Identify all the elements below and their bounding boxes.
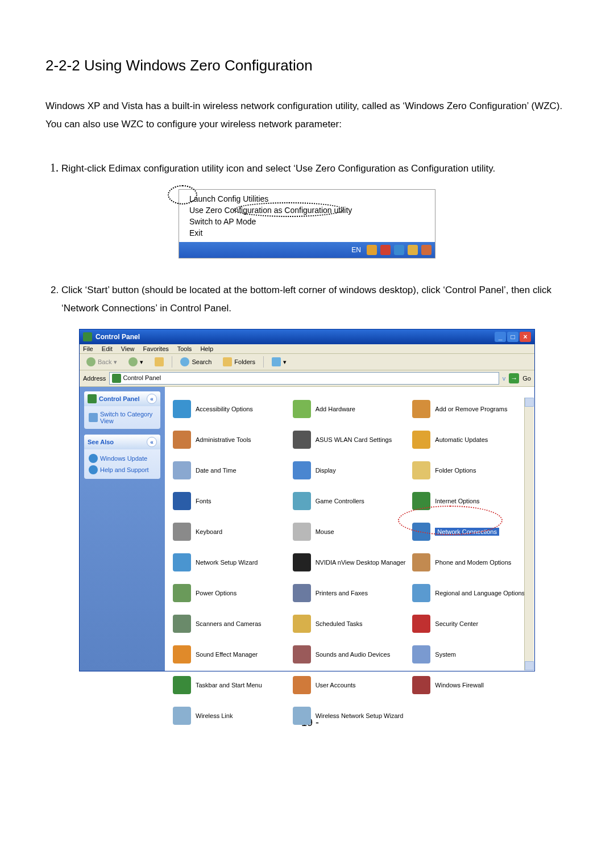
- menu-item-launch[interactable]: Launch Config Utilities: [179, 193, 435, 205]
- cp-item-icon: [173, 400, 191, 418]
- tray-app-icon[interactable]: [421, 245, 432, 255]
- window-titlebar[interactable]: Control Panel _ □ ×: [80, 329, 534, 344]
- cp-item-label: Printers and Faxes: [316, 590, 368, 596]
- back-button[interactable]: Back ▾: [83, 356, 121, 368]
- cp-item-icon: [293, 492, 311, 510]
- windows-update-link[interactable]: Windows Update: [89, 453, 156, 464]
- cp-item[interactable]: Taskbar and Start Menu: [173, 671, 287, 699]
- tray-volume-icon[interactable]: [408, 245, 418, 255]
- address-dropdown-icon[interactable]: v: [503, 375, 506, 382]
- cp-item[interactable]: Scheduled Tasks: [293, 610, 407, 638]
- cp-item[interactable]: Accessibility Options: [173, 395, 287, 423]
- cp-item-label: Administrative Tools: [196, 436, 251, 443]
- search-button[interactable]: Search: [177, 356, 215, 368]
- up-folder-icon: [155, 357, 164, 366]
- cp-item[interactable]: Administrative Tools: [173, 425, 287, 454]
- cp-item[interactable]: Display: [293, 456, 407, 485]
- cp-item-label: Windows Firewall: [435, 682, 484, 688]
- cp-item-icon: [412, 645, 430, 663]
- cp-item[interactable]: Folder Options: [412, 456, 526, 485]
- cp-item-icon: [412, 461, 430, 479]
- menu-file[interactable]: File: [83, 345, 93, 352]
- menu-view[interactable]: View: [121, 345, 135, 352]
- cp-item[interactable]: Network Connections: [412, 518, 526, 546]
- tray-language-indicator[interactable]: EN: [351, 246, 361, 254]
- cp-item[interactable]: Scanners and Cameras: [173, 610, 287, 638]
- cp-item[interactable]: Wireless Network Setup Wizard: [293, 702, 407, 730]
- toolbar: Back ▾ ▾ Search Folders ▾: [80, 354, 534, 370]
- cp-item[interactable]: Windows Firewall: [412, 671, 526, 699]
- cp-item[interactable]: Fonts: [173, 487, 287, 515]
- cp-item-label: Phone and Modem Options: [435, 559, 511, 566]
- address-cp-icon: [112, 374, 121, 383]
- chevron-up-icon[interactable]: «: [147, 437, 157, 447]
- tray-shield-icon[interactable]: [367, 245, 377, 255]
- cp-item[interactable]: Sound Effect Manager: [173, 640, 287, 669]
- cp-item[interactable]: Printers and Faxes: [293, 579, 407, 607]
- cp-item[interactable]: Game Controllers: [293, 487, 407, 515]
- address-input[interactable]: Control Panel: [109, 372, 499, 385]
- switch-category-view-link[interactable]: Switch to Category View: [89, 410, 156, 425]
- cp-item[interactable]: Power Options: [173, 579, 287, 607]
- cp-item-label: Regional and Language Options: [435, 590, 525, 596]
- cp-item[interactable]: User Accounts: [293, 671, 407, 699]
- cp-item-label: Internet Options: [435, 498, 479, 504]
- cp-item[interactable]: Wireless Link: [173, 702, 287, 730]
- cp-item[interactable]: Add or Remove Programs: [412, 395, 526, 423]
- globe-icon: [89, 454, 98, 463]
- tray-network-icon[interactable]: [394, 245, 404, 255]
- views-button[interactable]: ▾: [268, 356, 290, 368]
- menu-item-use-zero[interactable]: Use Zero Configuration as Configuration …: [179, 205, 435, 216]
- cp-item-icon: [173, 676, 191, 694]
- help-support-link[interactable]: Help and Support: [89, 464, 156, 475]
- cp-item-icon: [412, 676, 430, 694]
- folders-button[interactable]: Folders: [219, 356, 259, 368]
- cp-item-label: Network Setup Wizard: [196, 559, 258, 566]
- menu-favorites[interactable]: Favorites: [143, 345, 169, 352]
- cp-item[interactable]: Automatic Updates: [412, 425, 526, 454]
- task-pane-header-seealso[interactable]: See Also «: [84, 435, 160, 449]
- menu-help[interactable]: Help: [200, 345, 213, 352]
- cp-item-icon: [412, 400, 430, 418]
- cp-item-label: Wireless Link: [196, 712, 233, 719]
- cp-item-label: Scanners and Cameras: [196, 620, 262, 627]
- close-button[interactable]: ×: [520, 332, 531, 342]
- cp-item-label: ASUS WLAN Card Settings: [316, 436, 392, 443]
- forward-button[interactable]: ▾: [125, 356, 147, 368]
- cp-item[interactable]: Date and Time: [173, 456, 287, 485]
- cp-item[interactable]: ASUS WLAN Card Settings: [293, 425, 407, 454]
- cp-item[interactable]: NVIDIA nView Desktop Manager: [293, 548, 407, 577]
- up-button[interactable]: [151, 356, 167, 368]
- control-panel-window: Control Panel _ □ × File Edit View Favor…: [79, 329, 535, 671]
- cp-item-label: NVIDIA nView Desktop Manager: [316, 559, 406, 566]
- cp-item-icon: [173, 645, 191, 663]
- cp-item-label: Date and Time: [196, 467, 237, 474]
- cp-item-icon: [412, 553, 430, 571]
- cp-item[interactable]: System: [412, 640, 526, 669]
- minimize-button[interactable]: _: [495, 332, 506, 342]
- cp-item-icon: [412, 584, 430, 602]
- cp-item-icon: [293, 615, 311, 633]
- cp-item[interactable]: Keyboard: [173, 518, 287, 546]
- cp-item[interactable]: Sounds and Audio Devices: [293, 640, 407, 669]
- cp-item[interactable]: Security Center: [412, 610, 526, 638]
- go-button[interactable]: →: [509, 373, 519, 383]
- tray-wifi-icon[interactable]: [380, 245, 391, 255]
- cp-item[interactable]: Add Hardware: [293, 395, 407, 423]
- menu-edit[interactable]: Edit: [102, 345, 113, 352]
- cp-item[interactable]: Phone and Modem Options: [412, 548, 526, 577]
- vertical-scrollbar[interactable]: [524, 398, 534, 670]
- task-pane-header-cp[interactable]: Control Panel «: [84, 391, 160, 406]
- chevron-up-icon[interactable]: «: [147, 394, 157, 404]
- maximize-button[interactable]: □: [507, 332, 518, 342]
- back-icon: [86, 357, 96, 366]
- cp-item[interactable]: Internet Options: [412, 487, 526, 515]
- cp-item[interactable]: Mouse: [293, 518, 407, 546]
- menu-tools[interactable]: Tools: [177, 345, 192, 352]
- cp-item-label: Add or Remove Programs: [435, 406, 507, 412]
- cp-item[interactable]: Regional and Language Options: [412, 579, 526, 607]
- cp-item[interactable]: Network Setup Wizard: [173, 548, 287, 577]
- menu-item-switch-ap[interactable]: Switch to AP Mode: [179, 216, 435, 227]
- menu-item-exit[interactable]: Exit: [179, 227, 435, 239]
- views-icon: [272, 357, 281, 366]
